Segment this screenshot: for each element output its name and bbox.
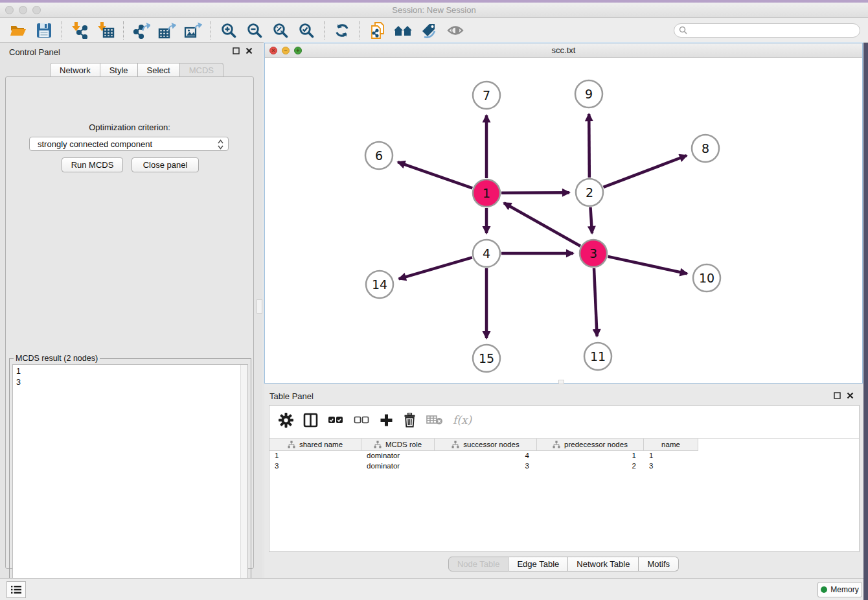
tab-mcds[interactable]: MCDS: [180, 63, 223, 77]
toolbar-separator: [123, 21, 124, 40]
graph-edge-2-8[interactable]: [604, 156, 687, 187]
delete-column-trash-icon[interactable]: [403, 413, 417, 428]
tab-motifs[interactable]: Motifs: [639, 557, 679, 571]
network-window-titlebar[interactable]: × − + scc.txt: [265, 43, 862, 58]
node-table[interactable]: shared name MCDS role successor nodes pr…: [269, 438, 859, 472]
network-canvas[interactable]: 7968124314101511: [265, 58, 862, 383]
graph-edge-2-3[interactable]: [590, 207, 592, 233]
memory-button[interactable]: Memory: [817, 582, 862, 597]
cell-shared-name[interactable]: 1: [269, 451, 361, 461]
zoom-out-icon[interactable]: [242, 19, 268, 41]
tab-network[interactable]: Network: [50, 63, 100, 77]
app-titlebar[interactable]: Session: New Session: [0, 3, 868, 18]
close-panel-icon[interactable]: [246, 47, 253, 54]
table-row[interactable]: 3 dominator 3 2 3: [269, 461, 859, 472]
mcds-result-textarea[interactable]: 1 3: [12, 364, 248, 596]
save-session-icon[interactable]: [31, 19, 57, 41]
control-panel-header: Control Panel: [0, 43, 262, 61]
tab-network-table[interactable]: Network Table: [568, 557, 639, 571]
memory-status-icon: [821, 586, 827, 593]
first-neighbors-icon[interactable]: [391, 19, 417, 41]
horizontal-splitter-handle[interactable]: [558, 380, 564, 384]
graph-edge-3-1[interactable]: [504, 203, 580, 246]
graph-node-label: 4: [483, 246, 490, 260]
float-panel-icon[interactable]: [233, 47, 240, 54]
zoom-fit-icon[interactable]: [268, 19, 293, 41]
cell-name[interactable]: 1: [644, 451, 698, 461]
column-header-name[interactable]: name: [644, 439, 698, 451]
session-title: Session: New Session: [0, 5, 868, 15]
optimization-criterion-label: Optimization criterion:: [6, 122, 253, 132]
float-table-panel-icon[interactable]: [834, 392, 841, 399]
task-history-button[interactable]: [6, 581, 26, 598]
select-all-rows-icon[interactable]: [328, 415, 344, 425]
open-session-icon[interactable]: [5, 19, 31, 41]
network-view-window[interactable]: × − + scc.txt 7968124314101511: [264, 43, 863, 384]
cell-shared-name[interactable]: 3: [269, 461, 361, 472]
column-label: shared name: [299, 441, 343, 448]
tab-style[interactable]: Style: [100, 63, 138, 77]
network-graph[interactable]: 7968124314101511: [265, 58, 862, 383]
table-settings-gear-icon[interactable]: [279, 413, 293, 428]
show-details-eye-icon[interactable]: [442, 19, 468, 41]
criterion-value: strongly connected component: [38, 139, 152, 149]
graph-edge-1-2[interactable]: [501, 192, 569, 193]
column-header-mcds-role[interactable]: MCDS role: [361, 439, 435, 451]
zoom-in-icon[interactable]: [216, 19, 242, 41]
cell-successor-nodes[interactable]: 3: [435, 461, 537, 472]
delete-table-icon[interactable]: [426, 414, 443, 426]
graph-edge-3-10[interactable]: [608, 257, 687, 274]
graph-edge-2-9[interactable]: [589, 114, 589, 178]
table-toolbar: f(x): [269, 406, 859, 434]
table-panel: Table Panel: [264, 387, 863, 578]
hide-labels-icon[interactable]: [417, 19, 442, 41]
clone-network-icon[interactable]: [365, 19, 391, 41]
search-input[interactable]: [687, 25, 860, 36]
cell-mcds-role[interactable]: dominator: [361, 451, 435, 461]
criterion-dropdown[interactable]: strongly connected component: [29, 137, 229, 151]
cell-mcds-role[interactable]: dominator: [361, 461, 435, 472]
control-panel-title: Control Panel: [9, 47, 60, 57]
cell-name[interactable]: 3: [644, 461, 698, 472]
refresh-view-icon[interactable]: [329, 19, 355, 41]
vertical-splitter-handle[interactable]: [257, 299, 262, 314]
cell-predecessor-nodes[interactable]: 1: [537, 451, 644, 461]
close-table-panel-icon[interactable]: [847, 392, 854, 399]
result-scrollbar[interactable]: [240, 365, 247, 595]
mcds-result-lines: 1 3: [13, 365, 247, 388]
export-table-icon[interactable]: [154, 19, 180, 41]
tab-edge-table[interactable]: Edge Table: [508, 557, 568, 571]
graph-node-label: 10: [699, 271, 714, 285]
table-header-row: shared name MCDS role successor nodes pr…: [269, 438, 859, 451]
column-header-shared-name[interactable]: shared name: [269, 439, 361, 451]
cell-predecessor-nodes[interactable]: 2: [537, 461, 644, 472]
zoom-selected-icon[interactable]: [293, 19, 319, 41]
export-image-icon[interactable]: [180, 19, 206, 41]
column-type-icon: [374, 441, 382, 448]
deselect-all-rows-icon[interactable]: [354, 415, 370, 425]
graph-edge-4-14[interactable]: [399, 257, 472, 279]
export-network-icon[interactable]: [128, 19, 154, 41]
tab-node-table[interactable]: Node Table: [448, 557, 509, 571]
column-type-icon: [288, 441, 295, 448]
column-header-predecessor-nodes[interactable]: predecessor nodes: [537, 439, 644, 451]
graph-edge-1-6[interactable]: [398, 162, 472, 188]
run-mcds-button[interactable]: Run MCDS: [62, 157, 123, 172]
table-panel-title: Table Panel: [269, 391, 314, 401]
search-field[interactable]: [674, 23, 860, 38]
column-header-successor-nodes[interactable]: successor nodes: [435, 439, 537, 451]
add-column-icon[interactable]: [380, 413, 393, 427]
list-icon: [11, 585, 21, 594]
graph-node-label: 7: [483, 88, 490, 102]
import-network-icon[interactable]: [67, 19, 93, 41]
graph-node-label: 1: [483, 186, 490, 200]
column-label: successor nodes: [463, 441, 519, 448]
graph-edge-3-11[interactable]: [594, 268, 597, 336]
table-row[interactable]: 1 dominator 4 1 1: [269, 451, 859, 461]
close-panel-button[interactable]: Close panel: [131, 157, 199, 172]
cell-successor-nodes[interactable]: 4: [435, 451, 537, 461]
import-table-icon[interactable]: [93, 19, 119, 41]
tab-select[interactable]: Select: [138, 63, 180, 77]
select-columns-icon[interactable]: [303, 413, 318, 428]
table-panel-header: Table Panel: [264, 387, 863, 404]
